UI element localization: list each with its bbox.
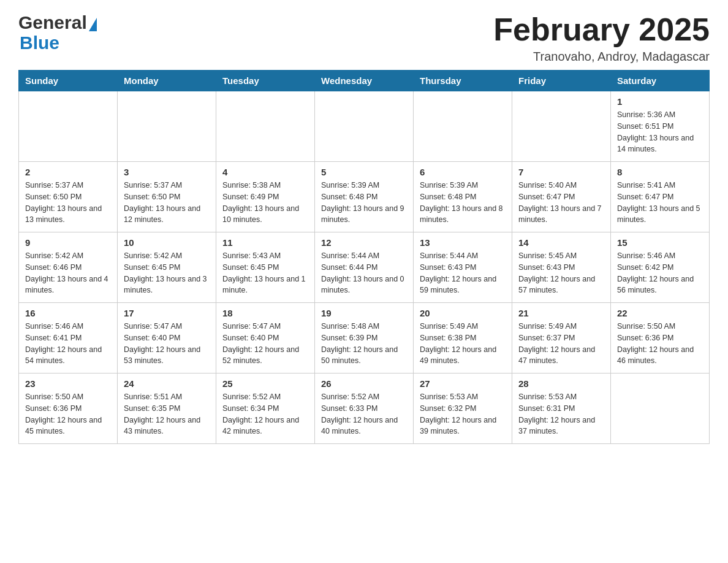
table-row: 16Sunrise: 5:46 AMSunset: 6:41 PMDayligh… bbox=[19, 303, 118, 373]
table-row: 26Sunrise: 5:52 AMSunset: 6:33 PMDayligh… bbox=[315, 373, 414, 444]
day-number: 17 bbox=[124, 308, 210, 318]
table-row bbox=[118, 91, 216, 162]
table-row: 4Sunrise: 5:38 AMSunset: 6:49 PMDaylight… bbox=[216, 162, 315, 232]
day-number: 16 bbox=[25, 308, 111, 318]
day-number: 13 bbox=[420, 237, 506, 248]
table-row: 12Sunrise: 5:44 AMSunset: 6:44 PMDayligh… bbox=[315, 232, 414, 303]
day-info: Sunrise: 5:51 AMSunset: 6:35 PMDaylight:… bbox=[124, 391, 210, 437]
day-info: Sunrise: 5:38 AMSunset: 6:49 PMDaylight:… bbox=[222, 180, 308, 226]
table-row: 19Sunrise: 5:48 AMSunset: 6:39 PMDayligh… bbox=[315, 303, 414, 373]
header: General Blue February 2025 Tranovaho, An… bbox=[18, 12, 710, 64]
day-number: 23 bbox=[25, 378, 111, 389]
table-row: 8Sunrise: 5:41 AMSunset: 6:47 PMDaylight… bbox=[611, 162, 710, 232]
day-number: 26 bbox=[321, 378, 407, 389]
table-row: 14Sunrise: 5:45 AMSunset: 6:43 PMDayligh… bbox=[512, 232, 611, 303]
day-number: 14 bbox=[518, 237, 604, 248]
day-info: Sunrise: 5:36 AMSunset: 6:51 PMDaylight:… bbox=[617, 109, 703, 155]
day-info: Sunrise: 5:48 AMSunset: 6:39 PMDaylight:… bbox=[321, 321, 407, 367]
day-info: Sunrise: 5:42 AMSunset: 6:46 PMDaylight:… bbox=[25, 250, 111, 296]
day-info: Sunrise: 5:53 AMSunset: 6:32 PMDaylight:… bbox=[420, 391, 506, 437]
calendar-table: Sunday Monday Tuesday Wednesday Thursday… bbox=[18, 70, 710, 444]
day-number: 1 bbox=[617, 96, 703, 107]
table-row: 11Sunrise: 5:43 AMSunset: 6:45 PMDayligh… bbox=[216, 232, 315, 303]
col-friday: Friday bbox=[512, 71, 611, 91]
day-number: 2 bbox=[25, 167, 111, 177]
title-area: February 2025 Tranovaho, Androy, Madagas… bbox=[493, 12, 710, 64]
table-row: 10Sunrise: 5:42 AMSunset: 6:45 PMDayligh… bbox=[118, 232, 216, 303]
day-info: Sunrise: 5:46 AMSunset: 6:42 PMDaylight:… bbox=[617, 250, 703, 296]
day-info: Sunrise: 5:40 AMSunset: 6:47 PMDaylight:… bbox=[518, 180, 604, 226]
month-title: February 2025 bbox=[493, 12, 710, 47]
logo-container: General Blue bbox=[18, 12, 97, 53]
day-info: Sunrise: 5:50 AMSunset: 6:36 PMDaylight:… bbox=[25, 391, 111, 437]
day-number: 28 bbox=[518, 378, 604, 389]
day-number: 11 bbox=[222, 237, 308, 248]
day-number: 15 bbox=[617, 237, 703, 248]
table-row: 18Sunrise: 5:47 AMSunset: 6:40 PMDayligh… bbox=[216, 303, 315, 373]
col-monday: Monday bbox=[118, 71, 216, 91]
day-info: Sunrise: 5:42 AMSunset: 6:45 PMDaylight:… bbox=[124, 250, 210, 296]
col-tuesday: Tuesday bbox=[216, 71, 315, 91]
day-info: Sunrise: 5:41 AMSunset: 6:47 PMDaylight:… bbox=[617, 180, 703, 226]
day-number: 24 bbox=[124, 378, 210, 389]
location-subtitle: Tranovaho, Androy, Madagascar bbox=[493, 50, 710, 64]
day-info: Sunrise: 5:47 AMSunset: 6:40 PMDaylight:… bbox=[222, 321, 308, 367]
table-row: 6Sunrise: 5:39 AMSunset: 6:48 PMDaylight… bbox=[414, 162, 512, 232]
day-number: 3 bbox=[124, 167, 210, 177]
col-thursday: Thursday bbox=[414, 71, 512, 91]
day-info: Sunrise: 5:44 AMSunset: 6:43 PMDaylight:… bbox=[420, 250, 506, 296]
calendar-week-row: 1Sunrise: 5:36 AMSunset: 6:51 PMDaylight… bbox=[19, 91, 710, 162]
table-row: 28Sunrise: 5:53 AMSunset: 6:31 PMDayligh… bbox=[512, 373, 611, 444]
day-info: Sunrise: 5:37 AMSunset: 6:50 PMDaylight:… bbox=[25, 180, 111, 226]
table-row: 17Sunrise: 5:47 AMSunset: 6:40 PMDayligh… bbox=[118, 303, 216, 373]
day-number: 22 bbox=[617, 308, 703, 318]
table-row bbox=[611, 373, 710, 444]
day-info: Sunrise: 5:37 AMSunset: 6:50 PMDaylight:… bbox=[124, 180, 210, 226]
table-row: 15Sunrise: 5:46 AMSunset: 6:42 PMDayligh… bbox=[611, 232, 710, 303]
day-number: 27 bbox=[420, 378, 506, 389]
calendar-header-row: Sunday Monday Tuesday Wednesday Thursday… bbox=[19, 71, 710, 91]
day-info: Sunrise: 5:39 AMSunset: 6:48 PMDaylight:… bbox=[420, 180, 506, 226]
table-row bbox=[315, 91, 414, 162]
table-row: 13Sunrise: 5:44 AMSunset: 6:43 PMDayligh… bbox=[414, 232, 512, 303]
day-info: Sunrise: 5:49 AMSunset: 6:37 PMDaylight:… bbox=[518, 321, 604, 367]
day-number: 21 bbox=[518, 308, 604, 318]
table-row bbox=[216, 91, 315, 162]
col-sunday: Sunday bbox=[19, 71, 118, 91]
table-row bbox=[414, 91, 512, 162]
day-number: 19 bbox=[321, 308, 407, 318]
calendar-week-row: 2Sunrise: 5:37 AMSunset: 6:50 PMDaylight… bbox=[19, 162, 710, 232]
day-number: 7 bbox=[518, 167, 604, 177]
table-row: 21Sunrise: 5:49 AMSunset: 6:37 PMDayligh… bbox=[512, 303, 611, 373]
col-saturday: Saturday bbox=[611, 71, 710, 91]
day-number: 20 bbox=[420, 308, 506, 318]
day-info: Sunrise: 5:47 AMSunset: 6:40 PMDaylight:… bbox=[124, 321, 210, 367]
day-info: Sunrise: 5:44 AMSunset: 6:44 PMDaylight:… bbox=[321, 250, 407, 296]
logo-general-text: General bbox=[18, 12, 87, 33]
table-row: 1Sunrise: 5:36 AMSunset: 6:51 PMDaylight… bbox=[611, 91, 710, 162]
day-number: 12 bbox=[321, 237, 407, 248]
table-row: 2Sunrise: 5:37 AMSunset: 6:50 PMDaylight… bbox=[19, 162, 118, 232]
table-row bbox=[19, 91, 118, 162]
table-row: 9Sunrise: 5:42 AMSunset: 6:46 PMDaylight… bbox=[19, 232, 118, 303]
day-info: Sunrise: 5:39 AMSunset: 6:48 PMDaylight:… bbox=[321, 180, 407, 226]
day-number: 6 bbox=[420, 167, 506, 177]
table-row: 7Sunrise: 5:40 AMSunset: 6:47 PMDaylight… bbox=[512, 162, 611, 232]
table-row bbox=[512, 91, 611, 162]
logo-blue-text: Blue bbox=[20, 33, 59, 53]
calendar-week-row: 9Sunrise: 5:42 AMSunset: 6:46 PMDaylight… bbox=[19, 232, 710, 303]
logo-triangle-icon bbox=[89, 18, 97, 31]
day-number: 5 bbox=[321, 167, 407, 177]
day-info: Sunrise: 5:46 AMSunset: 6:41 PMDaylight:… bbox=[25, 321, 111, 367]
table-row: 24Sunrise: 5:51 AMSunset: 6:35 PMDayligh… bbox=[118, 373, 216, 444]
day-number: 10 bbox=[124, 237, 210, 248]
day-info: Sunrise: 5:52 AMSunset: 6:34 PMDaylight:… bbox=[222, 391, 308, 437]
day-number: 8 bbox=[617, 167, 703, 177]
day-info: Sunrise: 5:52 AMSunset: 6:33 PMDaylight:… bbox=[321, 391, 407, 437]
day-number: 4 bbox=[222, 167, 308, 177]
table-row: 23Sunrise: 5:50 AMSunset: 6:36 PMDayligh… bbox=[19, 373, 118, 444]
table-row: 27Sunrise: 5:53 AMSunset: 6:32 PMDayligh… bbox=[414, 373, 512, 444]
table-row: 25Sunrise: 5:52 AMSunset: 6:34 PMDayligh… bbox=[216, 373, 315, 444]
day-number: 9 bbox=[25, 237, 111, 248]
day-number: 18 bbox=[222, 308, 308, 318]
